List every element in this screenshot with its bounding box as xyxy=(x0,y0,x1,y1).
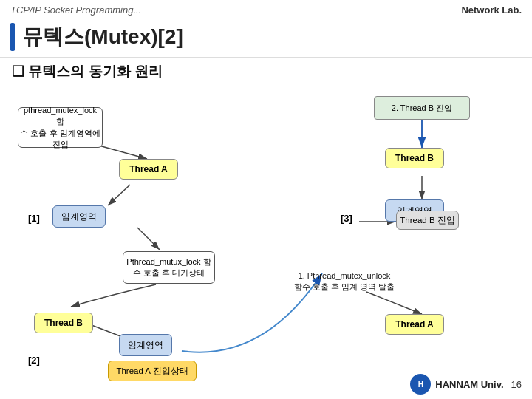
thread-b-right-box: Thread B xyxy=(385,148,444,168)
main-content: ❑ 뮤텍스의 동기화 원리 xyxy=(0,58,532,387)
num2-label: [2] xyxy=(28,355,40,366)
section-title: ❑ 뮤텍스의 동기화 원리 xyxy=(12,62,520,81)
callout-thread-b-enter: 2. Thread B 진입 xyxy=(374,96,470,120)
footer-university: HANNAM Univ. xyxy=(435,379,503,390)
unlock-label: 1. Pthread_mutex_unlock 함수 호출 후 임계 영역 탈출 xyxy=(285,270,403,293)
svg-line-9 xyxy=(366,292,422,314)
diagram-area: 2. Thread B 진입 pthread_mutex_lock 함 수 호출… xyxy=(12,89,520,384)
thread-b-label-box: Thread B xyxy=(34,313,93,333)
svg-line-4 xyxy=(137,228,160,250)
thread-a-right-box: Thread A xyxy=(385,314,444,335)
header: TCP/IP Socket Programming... Network Lab… xyxy=(0,0,532,18)
header-left: TCP/IP Socket Programming... xyxy=(10,4,141,16)
page-title: 뮤텍스(Mutex)[2] xyxy=(22,23,183,51)
title-bar: 뮤텍스(Mutex)[2] xyxy=(0,18,532,58)
thread-a-in-state-box: Thread A 진입상태 xyxy=(108,361,197,381)
svg-line-3 xyxy=(108,185,130,205)
footer: H HANNAM Univ. 16 xyxy=(410,374,522,395)
num1-label: [1] xyxy=(28,213,40,224)
thread-a-label-box: Thread A xyxy=(119,159,178,180)
critical-section-1-box: 임계영역 xyxy=(52,205,106,228)
num3-label: [3] xyxy=(341,213,352,224)
thread-b-enter-box: Thread B 진입 xyxy=(396,211,459,230)
critical-section-2-box: 임계영역 xyxy=(119,334,172,356)
header-right: Network Lab. xyxy=(461,4,522,16)
pthread-mutux-lock-wait-box: Pthread_mutux_lock 함 수 호출 후 대기상태 xyxy=(123,251,215,284)
footer-page: 16 xyxy=(511,379,522,390)
title-accent xyxy=(10,23,15,51)
pthread-mutex-lock-box: pthread_mutex_lock 함 수 호출 후 임계영역에 진입 xyxy=(18,107,103,148)
footer-logo: H xyxy=(410,374,431,395)
